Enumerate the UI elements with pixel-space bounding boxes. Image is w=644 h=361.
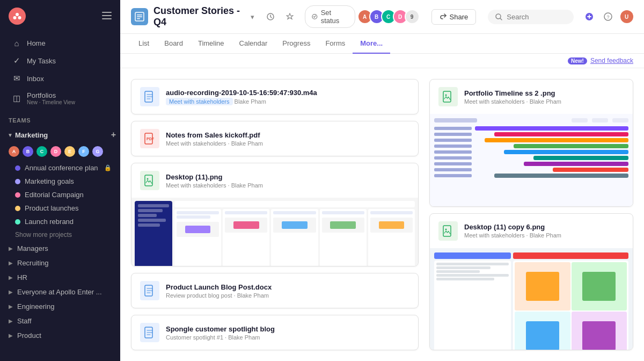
project-title: Customer Stories - Q4	[153, 5, 244, 28]
svg-rect-19	[145, 175, 152, 186]
tab-progress[interactable]: Progress	[275, 34, 318, 54]
svg-text:?: ?	[606, 15, 609, 20]
show-more-projects-link[interactable]: Show more projects	[0, 228, 120, 241]
marketing-expand-icon: ▼	[8, 132, 13, 138]
svg-rect-5	[102, 18, 112, 19]
sidebar-item-hr[interactable]: ▶ HR	[0, 270, 120, 285]
search-input[interactable]	[507, 13, 560, 21]
avatar: C	[35, 145, 48, 158]
img-file-icon	[438, 87, 458, 106]
team-label: HR	[17, 273, 27, 281]
left-file-cards-column: audio-recording-2019-10-15-16:59:47:930.…	[131, 79, 419, 350]
send-feedback-link[interactable]: Send feedback	[590, 57, 633, 64]
help-button[interactable]: ?	[601, 9, 614, 24]
tab-list[interactable]: List	[131, 34, 157, 54]
sidebar-item-product[interactable]: ▶ Product	[0, 328, 120, 343]
file-card-audio-recording[interactable]: audio-recording-2019-10-15-16:59:47:930.…	[131, 79, 419, 114]
expand-icon: ▶	[9, 333, 13, 338]
share-button[interactable]: Share	[431, 9, 477, 25]
sidebar-item-launch-rebrand[interactable]: Launch rebrand	[0, 215, 120, 228]
sidebar-item-portfolios[interactable]: ◫ Portfolios New · Timeline View	[3, 88, 117, 109]
file-name: Spongle customer spotlight blog	[166, 325, 275, 333]
set-status-button[interactable]: Set status	[305, 5, 355, 28]
file-info: Product Launch Blog Post.docx Review pro…	[166, 283, 272, 299]
svg-rect-25	[443, 226, 451, 236]
project-color-dot	[15, 206, 20, 211]
file-card-desktop-11[interactable]: Desktop (11).png Meet with stakeholders …	[131, 163, 419, 266]
img-file-icon	[140, 171, 159, 190]
title-dropdown-icon[interactable]: ▾	[251, 13, 254, 21]
expand-icon: ▶	[9, 304, 13, 309]
search-box[interactable]	[488, 10, 574, 24]
home-icon: ⌂	[12, 39, 21, 48]
content-area: audio-recording-2019-10-15-16:59:47:930.…	[120, 68, 644, 361]
file-info: Spongle customer spotlight blog Customer…	[166, 325, 275, 341]
add-team-icon[interactable]: +	[111, 130, 116, 140]
set-status-label: Set status	[321, 9, 348, 25]
sidebar-item-my-tasks[interactable]: ✓ My Tasks	[3, 52, 117, 69]
tab-forms[interactable]: Forms	[318, 34, 353, 54]
member-count-badge[interactable]: 9	[405, 9, 420, 24]
sidebar-item-everyone-apollo[interactable]: ▶ Everyone at Apollo Enter ...	[0, 285, 120, 299]
sidebar-item-staff[interactable]: ▶ Staff	[0, 314, 120, 328]
project-label: Editorial Campaign	[25, 191, 84, 199]
task-badge: Meet with stakeholders	[166, 98, 233, 105]
file-card-header: Portfolio Timeline ss 2 .png Meet with s…	[430, 80, 633, 114]
svg-point-0	[16, 13, 19, 16]
tab-timeline[interactable]: Timeline	[191, 34, 232, 54]
navigation-tabs: List Board Timeline Calendar Progress Fo…	[120, 34, 644, 54]
sidebar-item-marketing-goals[interactable]: Marketing goals	[0, 175, 120, 188]
team-label: Recruiting	[17, 259, 49, 267]
main-content: Customer Stories - Q4 ▾ Set status A B C…	[120, 0, 644, 361]
file-preview-image	[430, 248, 633, 350]
file-preview-image	[430, 114, 633, 207]
sidebar-item-product-launches[interactable]: Product launches	[0, 201, 120, 215]
tab-board[interactable]: Board	[157, 34, 191, 54]
file-card-desktop-11-copy[interactable]: Desktop (11) copy 6.png Meet with stakeh…	[429, 213, 633, 350]
file-card-spongle-spotlight[interactable]: Spongle customer spotlight blog Customer…	[131, 315, 419, 350]
file-card-portfolio-timeline[interactable]: Portfolio Timeline ss 2 .png Meet with s…	[429, 79, 633, 207]
project-label: Annual conference plan	[25, 164, 98, 172]
project-icon	[131, 8, 148, 25]
sidebar-logo-area	[0, 0, 120, 32]
file-card-notes-sales[interactable]: PDF Notes from Sales kickoff.pdf Meet wi…	[131, 121, 419, 156]
star-button[interactable]	[282, 9, 297, 24]
sidebar-item-engineering[interactable]: ▶ Engineering	[0, 299, 120, 314]
sidebar-item-home[interactable]: ⌂ Home	[3, 35, 117, 52]
doc-file-icon	[140, 87, 159, 106]
sidebar-toggle-button[interactable]	[102, 11, 112, 22]
doc-file-icon	[140, 281, 159, 300]
file-card-header: Desktop (11) copy 6.png Meet with stakeh…	[430, 214, 633, 248]
team-label: Engineering	[17, 302, 54, 311]
marketing-team-header[interactable]: ▼ Marketing +	[0, 127, 120, 143]
file-meta: Customer spotlight #1 · Blake Pham	[166, 334, 275, 341]
svg-point-2	[18, 16, 21, 19]
svg-rect-23	[443, 91, 451, 102]
svg-point-26	[445, 228, 447, 230]
svg-rect-3	[102, 12, 112, 13]
sidebar-item-inbox[interactable]: ✉ Inbox	[3, 70, 117, 87]
expand-icon: ▶	[9, 275, 13, 280]
file-meta: Meet with stakeholders · Blake Pham	[464, 98, 561, 105]
history-button[interactable]	[263, 9, 278, 24]
user-avatar-button[interactable]: U	[620, 9, 633, 24]
file-card-product-launch-blog[interactable]: Product Launch Blog Post.docx Review pro…	[131, 273, 419, 308]
svg-rect-9	[137, 18, 140, 19]
asana-logo[interactable]	[9, 8, 26, 25]
add-member-button[interactable]	[582, 9, 596, 24]
sidebar: ⌂ Home ✓ My Tasks ✉ Inbox ◫ Portfolios N…	[0, 0, 120, 361]
expand-icon: ▶	[9, 318, 13, 324]
sidebar-item-managers[interactable]: ▶ Managers	[0, 241, 120, 256]
avatar: G	[91, 145, 104, 158]
tab-more[interactable]: More...	[353, 34, 390, 54]
svg-point-1	[13, 16, 17, 19]
header-icon-buttons	[263, 9, 297, 24]
project-header: Customer Stories - Q4 ▾ Set status A B C…	[120, 0, 644, 34]
sidebar-item-annual-conference[interactable]: Annual conference plan 🔒	[0, 161, 120, 175]
project-label: Launch rebrand	[25, 218, 74, 226]
project-color-dot	[15, 192, 20, 198]
sidebar-item-editorial-campaign[interactable]: Editorial Campaign	[0, 188, 120, 201]
project-color-dot	[15, 219, 20, 225]
tab-calendar[interactable]: Calendar	[232, 34, 275, 54]
sidebar-item-recruiting[interactable]: ▶ Recruiting	[0, 256, 120, 270]
